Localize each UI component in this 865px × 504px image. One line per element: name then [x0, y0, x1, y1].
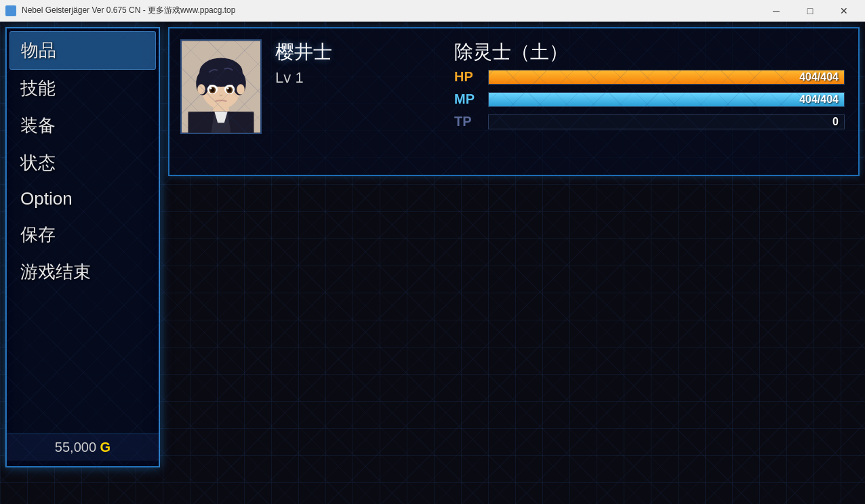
hp-bar-container: 404/404 — [488, 70, 845, 85]
mp-bar — [489, 93, 844, 106]
window-controls: ─ □ ✕ — [761, 0, 860, 22]
tp-value: 0 — [832, 116, 839, 128]
menu-item-save[interactable]: 保存 — [9, 216, 156, 253]
title-bar: Nebel Geisterjäger Ver 0.675 CN - 更多游戏ww… — [0, 0, 865, 22]
menu-item-quit[interactable]: 游戏结束 — [9, 253, 156, 291]
svg-marker-4 — [188, 112, 215, 133]
currency-display: 55,000 G — [7, 434, 159, 461]
tp-label: TP — [454, 114, 481, 129]
menu-item-status[interactable]: 状态 — [9, 144, 156, 182]
level-label: Lv — [275, 69, 291, 86]
level-value: 1 — [295, 69, 303, 86]
currency-amount: 55,000 — [55, 440, 96, 455]
maximize-button[interactable]: □ — [794, 0, 826, 22]
menu-item-items[interactable]: 物品 — [9, 31, 156, 70]
menu-item-equip[interactable]: 装备 — [9, 107, 156, 144]
char-panel: 樱井士 Lv 1 除灵士（土） HP 404/404 MP 40 — [168, 27, 860, 176]
minimize-button[interactable]: ─ — [761, 0, 792, 22]
menu-item-option[interactable]: Option — [9, 182, 156, 216]
mp-label: MP — [454, 91, 481, 107]
tp-row: TP 0 — [454, 114, 845, 129]
mp-row: MP 404/404 — [454, 91, 845, 107]
stats-container: HP 404/404 MP 404/404 TP 0 — [454, 69, 845, 136]
hp-bar — [489, 70, 844, 84]
currency-unit: G — [100, 440, 111, 455]
game-area: 物品 技能 装备 状态 Option 保存 游戏结束 55,000 G — [0, 22, 865, 504]
mp-value: 404/404 — [799, 93, 839, 106]
hp-label: HP — [454, 69, 481, 85]
char-class: 除灵士（土） — [454, 39, 568, 65]
svg-point-19 — [227, 87, 229, 89]
svg-point-11 — [237, 84, 245, 94]
hp-value: 404/404 — [799, 71, 839, 83]
svg-point-15 — [210, 87, 212, 89]
title-bar-left: Nebel Geisterjäger Ver 0.675 CN - 更多游戏ww… — [5, 5, 235, 16]
menu-item-skills[interactable]: 技能 — [9, 70, 156, 107]
close-button[interactable]: ✕ — [828, 0, 860, 22]
char-avatar — [180, 39, 262, 134]
menu-panel: 物品 技能 装备 状态 Option 保存 游戏结束 55,000 G — [5, 27, 160, 467]
title-bar-text: Nebel Geisterjäger Ver 0.675 CN - 更多游戏ww… — [22, 5, 235, 16]
svg-point-10 — [197, 84, 205, 94]
svg-marker-5 — [228, 112, 254, 133]
tp-bar-container: 0 — [488, 114, 845, 129]
mp-bar-container: 404/404 — [488, 92, 845, 107]
app-icon — [5, 5, 16, 16]
hp-row: HP 404/404 — [454, 69, 845, 85]
